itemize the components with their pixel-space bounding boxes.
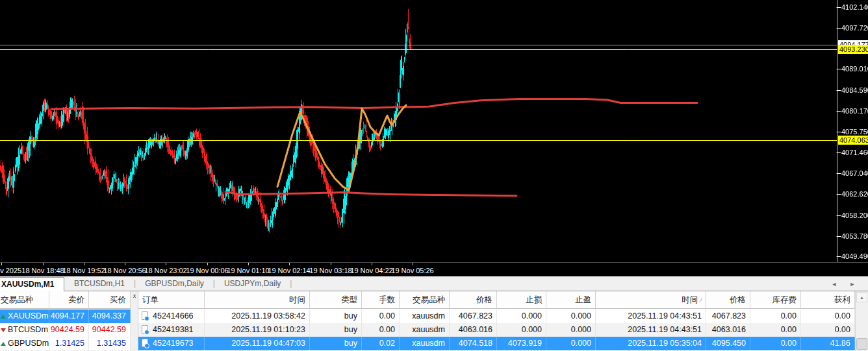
time-tick-mark <box>43 263 44 265</box>
market-watch-row-gbpusdm[interactable]: GBPUSDm1.314251.31435 <box>0 337 131 350</box>
order-cell-col0: 452419673 <box>138 337 205 350</box>
orders-header-col2[interactable]: 类型 <box>310 291 362 309</box>
order-cell-col11: 0.00 <box>801 309 855 323</box>
inactive-tabs: BTCUSDm,H1|GBPUSDm,Daily|USDJPYm,Daily| <box>65 277 292 291</box>
bid-cell: 90424.59 <box>49 323 89 337</box>
order-cell-col6: 0.000 <box>497 323 546 337</box>
order-cell-col5: 4067.823 <box>450 309 497 323</box>
time-tick-mark <box>1 263 2 265</box>
price-tick-label: 4102.140 <box>841 3 868 11</box>
time-tick-mark <box>372 263 372 265</box>
time-tick-label: 19 Nov 01:10 <box>227 267 269 274</box>
order-cell-col10: 0.00 <box>750 323 801 337</box>
sort-ascending-icon: ∕ <box>698 297 702 304</box>
price-tick-label: 4075.750 <box>841 128 868 136</box>
time-tick-label: 18 Nov 18:48 <box>21 267 64 274</box>
orders-header-col4[interactable]: 交易品种 <box>400 291 450 309</box>
order-row[interactable]: 4524193812025.11.19 01:10:23buy0.00xauus… <box>138 323 855 337</box>
order-cell-col6: 4073.919 <box>497 337 546 350</box>
price-chart-canvas[interactable] <box>0 0 868 262</box>
order-cell-col10: 0.00 <box>750 309 801 323</box>
symbol-cell: XAUUSDm <box>0 309 49 323</box>
bottom-panels: 交易品种卖价买价XAUUSDm4094.1774094.337BTCUSDm90… <box>0 291 868 351</box>
close-panel-icon[interactable]: x <box>131 293 138 299</box>
order-cell-col4: xauusdm <box>400 323 450 337</box>
orders-header-col9[interactable]: 价格 <box>706 291 750 309</box>
orders-header-col6[interactable]: 止损 <box>497 291 546 309</box>
market-watch-header[interactable]: 买价 <box>89 291 131 309</box>
orders-header-col11[interactable]: 获利 <box>801 291 855 309</box>
order-row[interactable]: 4524146662025.11.19 03:58:42buy0.00xauus… <box>138 309 855 323</box>
scrollbar-thumb[interactable] <box>856 338 867 350</box>
order-cell-col9: 4095.450 <box>706 337 750 350</box>
order-cell-col1: 2025.11.19 03:58:42 <box>205 309 310 323</box>
tab-gbpusdm-daily[interactable]: GBPUSDm,Daily <box>136 277 213 291</box>
tab-scroll-left-icon[interactable]: ◄ <box>829 280 839 289</box>
order-cell-col9: 4067.823 <box>706 309 750 323</box>
time-tick-label: 19 Nov 05:26 <box>391 267 433 274</box>
orders-header-col3[interactable]: 手数 <box>362 291 400 309</box>
orders-header-col0[interactable]: 订单 <box>138 291 205 309</box>
order-cell-col4: xauusdm <box>400 309 450 323</box>
orders-table: 订单时间类型手数交易品种价格止损止盈时间∕价格库存费获利452414666202… <box>138 291 855 351</box>
order-cell-col7: 0.000 <box>546 323 596 337</box>
order-cell-col3: 0.00 <box>362 323 400 337</box>
tab-xauusdm-m1[interactable]: XAUUSDm,M1 <box>0 277 64 291</box>
order-cell-col11: 41.86 <box>801 337 855 350</box>
order-cell-col7: 0.000 <box>546 309 596 323</box>
ask-cell: 90442.59 <box>89 323 131 337</box>
symbol-cell: BTCUSDm <box>0 323 49 337</box>
bid-cell: 1.31425 <box>49 337 89 350</box>
market-watch-header[interactable]: 卖价 <box>49 291 89 309</box>
time-tick-label: 18 Nov 23:02 <box>144 267 186 274</box>
orders-header-col7[interactable]: 止盈 <box>546 291 596 309</box>
time-tick-mark <box>125 263 125 265</box>
price-tick-label: 4062.620 <box>841 190 868 198</box>
price-tick-label: 4084.590 <box>841 86 868 94</box>
price-tick-label: 4097.720 <box>841 24 868 32</box>
order-cell-col3: 0.02 <box>362 337 400 350</box>
order-cell-col0: 452419381 <box>138 323 205 337</box>
time-tick-mark <box>413 263 413 265</box>
market-watch-panel: 交易品种卖价买价XAUUSDm4094.1774094.337BTCUSDm90… <box>0 291 131 351</box>
order-cell-col5: 4074.518 <box>450 337 497 350</box>
order-cell-col3: 0.00 <box>362 309 400 323</box>
orders-header-col10[interactable]: 库存费 <box>750 291 801 309</box>
bid-cell: 4094.177 <box>49 309 89 323</box>
time-tick-mark <box>84 263 84 265</box>
order-cell-col2: buy <box>310 309 362 323</box>
orders-header-col5[interactable]: 价格 <box>450 291 497 309</box>
time-tick-mark <box>166 263 166 265</box>
tab-btcusdm-h1[interactable]: BTCUSDm,H1 <box>65 277 134 291</box>
price-tick-label: 4089.010 <box>841 65 868 73</box>
order-cell-col0: 452414666 <box>138 309 205 323</box>
market-watch-row-btcusdm[interactable]: BTCUSDm90424.5990442.59 <box>0 323 131 337</box>
chart-tab-bar: XAUUSDm,M1 BTCUSDm,H1|GBPUSDm,Daily|USDJ… <box>0 276 868 291</box>
chart-panel: 4102.1404097.7204089.0104084.5904080.170… <box>0 0 868 262</box>
time-axis[interactable]: 18 Nov 202518 Nov 18:4818 Nov 19:5218 No… <box>0 262 868 276</box>
time-tick-label: 19 Nov 03:18 <box>309 267 351 274</box>
order-cell-col8: 2025.11.19 04:43:51 <box>596 309 706 323</box>
order-cell-col1: 2025.11.19 04:47:03 <box>205 337 310 350</box>
market-watch-row-xauusdm[interactable]: XAUUSDm4094.1774094.337 <box>0 309 131 323</box>
order-row[interactable]: 4524196732025.11.19 04:47:03buy0.02xauus… <box>138 337 855 350</box>
orders-header-col1[interactable]: 时间 <box>205 291 310 309</box>
orders-scrollbar[interactable]: ▲ <box>855 291 868 351</box>
ask-cell: 4094.337 <box>89 309 131 323</box>
tab-scroll-right-icon[interactable]: ► <box>847 280 858 289</box>
scrollbar-up-icon[interactable]: ▲ <box>856 292 867 302</box>
time-tick-mark <box>207 263 208 265</box>
time-tick-label: 19 Nov 02:14 <box>268 267 310 274</box>
time-tick-label: 19 Nov 04:22 <box>350 267 392 274</box>
tab-usdjpym-daily[interactable]: USDJPYm,Daily <box>215 277 290 291</box>
order-cell-col5: 4063.016 <box>450 323 497 337</box>
time-tick-mark <box>248 263 249 265</box>
hline-price-tag: 4074.063 <box>838 136 868 145</box>
market-watch-header[interactable]: 交易品种 <box>0 291 49 309</box>
time-tick-label: 18 Nov 19:52 <box>62 267 105 274</box>
time-tick-label: 18 Nov 20:56 <box>103 267 146 274</box>
order-cell-col2: buy <box>310 323 362 337</box>
price-tick-label: 4058.200 <box>841 212 868 219</box>
time-tick-label: 18 Nov 2025 <box>0 267 21 274</box>
orders-header-col8[interactable]: 时间∕ <box>596 291 706 309</box>
